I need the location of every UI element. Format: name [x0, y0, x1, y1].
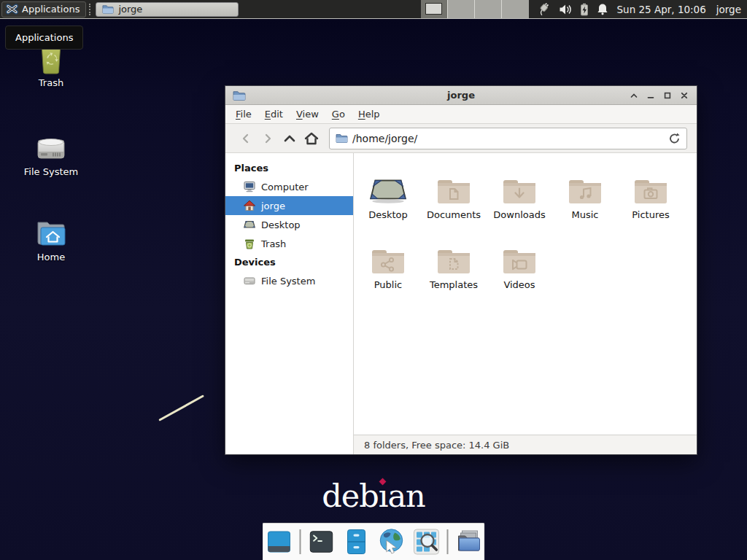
menubar: File Edit View Go Help: [225, 105, 697, 124]
workspace-3[interactable]: [474, 0, 501, 18]
sidebar-item-computer[interactable]: Computer: [225, 177, 353, 196]
file-item-label: Public: [374, 279, 402, 290]
trash-mini-icon: [243, 237, 256, 250]
file-item-label: Desktop: [368, 209, 408, 220]
sidebar-item-label: Desktop: [261, 219, 301, 230]
panel-username[interactable]: jorge: [716, 4, 741, 15]
close-button[interactable]: [679, 90, 689, 101]
refresh-icon[interactable]: [668, 132, 681, 144]
top-panel: Applications jorge: [0, 0, 747, 19]
sidebar-item-jorge[interactable]: jorge: [225, 196, 353, 215]
dock-separator: [299, 529, 301, 554]
back-button[interactable]: [235, 128, 257, 149]
drive-mini-icon: [243, 274, 256, 287]
toolbar: [225, 124, 697, 153]
battery-charging-icon[interactable]: [579, 3, 589, 16]
file-item-documents[interactable]: Documents: [421, 163, 487, 233]
forward-button[interactable]: [257, 128, 279, 149]
folder-music-icon: [568, 163, 603, 206]
sidebar-header-places: Places: [225, 159, 353, 177]
desktop-mini-icon: [243, 218, 256, 231]
desktop-icon-home[interactable]: Home: [20, 212, 82, 262]
sidebar-item-trash[interactable]: Trash: [225, 234, 353, 253]
workspace-pager: [421, 0, 529, 18]
diagonal-line-artifact: [158, 394, 204, 421]
panel-clock[interactable]: Sun 25 Apr, 10:06: [617, 4, 706, 15]
folder-public-icon: [371, 233, 406, 276]
file-item-templates[interactable]: Templates: [421, 233, 487, 303]
file-manager-window: jorge File Edit View Go Help: [225, 85, 697, 455]
file-item-label: Documents: [427, 209, 481, 220]
path-folder-icon: [336, 133, 348, 144]
maximize-button[interactable]: [662, 90, 673, 101]
workspace-2[interactable]: [447, 0, 474, 18]
workspace-window-thumbnail: [425, 3, 442, 15]
workspace-1[interactable]: [421, 0, 447, 18]
home-button[interactable]: [301, 128, 322, 149]
statusbar-text: 8 folders, Free space: 14.4 GiB: [364, 440, 509, 451]
titlebar[interactable]: jorge: [225, 86, 697, 105]
debian-wordmark: debıan: [0, 478, 747, 514]
file-manager-icon[interactable]: [454, 527, 483, 556]
path-bar[interactable]: [329, 128, 687, 149]
desktop-icon-file-system[interactable]: File System: [20, 127, 82, 177]
window-folder-icon: [233, 90, 246, 101]
up-button[interactable]: [279, 128, 301, 149]
panel-handle: [89, 4, 93, 15]
computer-icon: [243, 180, 256, 193]
desktop-icon-label: File System: [20, 166, 82, 177]
folder-videos-icon: [502, 233, 537, 276]
applications-tooltip: Applications: [5, 26, 83, 50]
app-finder-icon[interactable]: [411, 527, 441, 556]
file-item-downloads[interactable]: Downloads: [487, 163, 552, 233]
menu-file[interactable]: File: [229, 106, 258, 122]
sidebar: Places Computer: [225, 153, 354, 454]
sidebar-item-label: Trash: [261, 238, 286, 249]
statusbar: 8 folders, Free space: 14.4 GiB: [354, 435, 697, 454]
workspace-4[interactable]: [501, 0, 528, 18]
volume-icon[interactable]: [559, 4, 572, 15]
file-cabinet-icon[interactable]: [341, 527, 371, 556]
applications-menu-button[interactable]: Applications: [1, 1, 86, 18]
user-home-icon: [243, 199, 256, 212]
sidebar-header-devices: Devices: [225, 253, 353, 271]
file-item-public[interactable]: Public: [355, 233, 421, 303]
desktop-folder-icon: [368, 163, 409, 206]
file-item-music[interactable]: Music: [552, 163, 618, 233]
sidebar-item-label: File System: [261, 276, 315, 287]
sidebar-item-desktop[interactable]: Desktop: [225, 215, 353, 234]
desktop-launcher-icon[interactable]: [264, 527, 293, 556]
file-item-label: Pictures: [632, 209, 669, 220]
system-tray: [536, 2, 608, 17]
file-item-label: Downloads: [493, 209, 545, 220]
file-item-pictures[interactable]: Pictures: [618, 163, 684, 233]
desktop-icon-label: Trash: [20, 77, 82, 88]
minimize-button[interactable]: [646, 90, 656, 101]
window-title: jorge: [225, 90, 697, 101]
file-item-videos[interactable]: Videos: [487, 233, 552, 303]
menu-go[interactable]: Go: [325, 106, 352, 122]
xfce-logo-icon: [6, 4, 18, 15]
path-input[interactable]: [352, 133, 664, 144]
bottom-dock: [263, 523, 485, 560]
menu-view[interactable]: View: [290, 106, 325, 122]
file-item-label: Music: [572, 209, 599, 220]
file-item-label: Videos: [503, 279, 535, 290]
power-plug-icon[interactable]: [536, 2, 551, 17]
taskbar-window-button[interactable]: jorge: [96, 2, 239, 17]
web-browser-icon[interactable]: [376, 527, 406, 556]
shade-button[interactable]: [629, 90, 639, 101]
notification-bell-icon[interactable]: [597, 3, 608, 15]
terminal-icon[interactable]: [306, 527, 336, 556]
sidebar-item-file-system[interactable]: File System: [225, 271, 353, 290]
menu-help[interactable]: Help: [352, 106, 387, 122]
menu-edit[interactable]: Edit: [258, 106, 290, 122]
home-folder-icon: [20, 212, 82, 249]
hard-drive-icon: [20, 127, 82, 163]
file-item-desktop[interactable]: Desktop: [355, 163, 421, 233]
folder-icon: [102, 4, 114, 15]
sidebar-item-label: jorge: [261, 201, 285, 211]
file-item-label: Templates: [430, 279, 478, 290]
dock-separator: [446, 529, 448, 554]
taskbar-window-label: jorge: [118, 4, 142, 15]
